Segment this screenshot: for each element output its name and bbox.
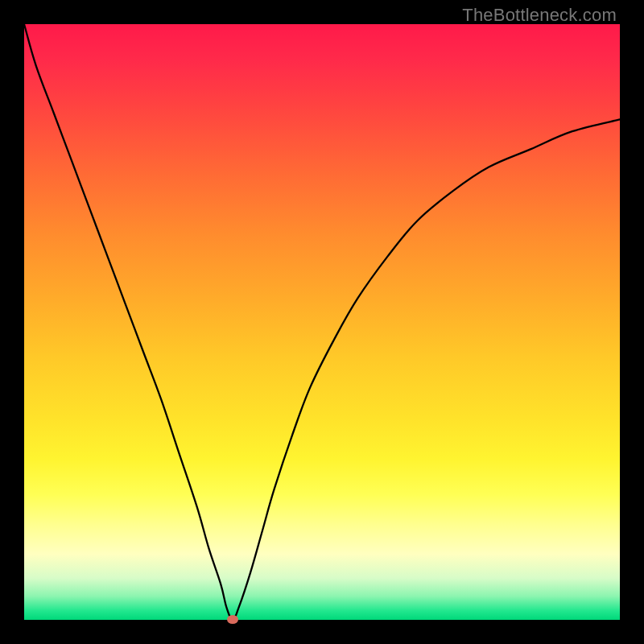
chart-container: TheBottleneck.com (0, 0, 644, 644)
plot-area (24, 24, 620, 620)
watermark-text: TheBottleneck.com (462, 5, 617, 26)
min-point-marker (227, 615, 238, 624)
bottleneck-curve (24, 24, 620, 620)
